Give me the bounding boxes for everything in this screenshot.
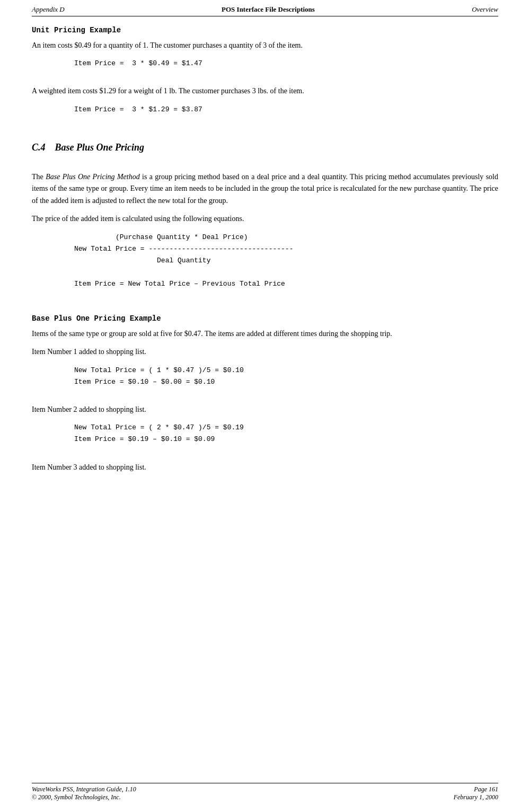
item2-code: New Total Price = ( 2 * $0.47 )/5 = $0.1…: [74, 422, 498, 445]
c4-para1-italic: Base Plus One Pricing Method: [46, 173, 140, 181]
footer-left-line2: © 2000, Symbol Technologies, Inc.: [32, 793, 136, 801]
code-line: Item Price = 3 * $1.29 = $3.87: [74, 104, 498, 116]
c4-formula: (Purchase Quantity * Deal Price) New Tot…: [74, 232, 498, 290]
page-footer: WaveWorks PSS, Integration Guide, 1.10 ©…: [32, 783, 498, 801]
item2-label: Item Number 2 added to shopping list.: [32, 404, 498, 416]
c4-para2: The price of the added item is calculate…: [32, 213, 498, 225]
unit-pricing-code1: Item Price = 3 * $0.49 = $1.47: [74, 58, 498, 69]
unit-pricing-para1: An item costs $0.49 for a quantity of 1.…: [32, 40, 498, 51]
code-line-1: (Purchase Quantity * Deal Price): [74, 232, 498, 243]
header-right: Overview: [472, 5, 498, 14]
footer-right-line2: February 1, 2000: [454, 793, 498, 801]
c4-title: Base Plus One Pricing: [55, 142, 145, 153]
item1-code-line1: New Total Price = ( 1 * $0.47 )/5 = $0.1…: [74, 365, 498, 376]
c4-number: C.4: [32, 142, 46, 153]
c4-para1: The Base Plus One Pricing Method is a gr…: [32, 171, 498, 207]
item2-code-line2: Item Price = $0.19 – $0.10 = $0.09: [74, 434, 498, 445]
unit-pricing-para2: A weighted item costs $1.29 for a weight…: [32, 85, 498, 97]
page: Appendix D POS Interface File Descriptio…: [0, 0, 530, 812]
footer-right-line1: Page 161: [454, 785, 498, 793]
footer-left: WaveWorks PSS, Integration Guide, 1.10 ©…: [32, 785, 136, 801]
code-line-4: [74, 267, 498, 278]
header-center: POS Interface File Descriptions: [222, 5, 315, 14]
unit-pricing-title: Unit Pricing Example: [32, 26, 498, 34]
code-line-5: Item Price = New Total Price – Previous …: [74, 278, 498, 290]
c4-para1-pre: The: [32, 173, 46, 181]
item1-label: Item Number 1 added to shopping list.: [32, 346, 498, 358]
unit-pricing-code2: Item Price = 3 * $1.29 = $3.87: [74, 104, 498, 116]
base-plus-title: Base Plus One Pricing Example: [32, 314, 498, 323]
item1-code-line2: Item Price = $0.10 – $0.00 = $0.10: [74, 376, 498, 388]
footer-left-line1: WaveWorks PSS, Integration Guide, 1.10: [32, 785, 136, 793]
footer-right: Page 161 February 1, 2000: [454, 785, 498, 801]
header-left: Appendix D: [32, 5, 65, 14]
item3-label: Item Number 3 added to shopping list.: [32, 462, 498, 473]
code-line-2: New Total Price = ----------------------…: [74, 243, 498, 255]
page-header: Appendix D POS Interface File Descriptio…: [32, 0, 498, 16]
code-line-3: Deal Quantity: [74, 255, 498, 267]
item2-code-line1: New Total Price = ( 2 * $0.47 )/5 = $0.1…: [74, 422, 498, 434]
c4-heading-row: C.4 Base Plus One Pricing: [32, 137, 498, 160]
base-plus-para1: Items of the same type or group are sold…: [32, 328, 498, 340]
item1-code: New Total Price = ( 1 * $0.47 )/5 = $0.1…: [74, 365, 498, 388]
code-line: Item Price = 3 * $0.49 = $1.47: [74, 58, 498, 69]
